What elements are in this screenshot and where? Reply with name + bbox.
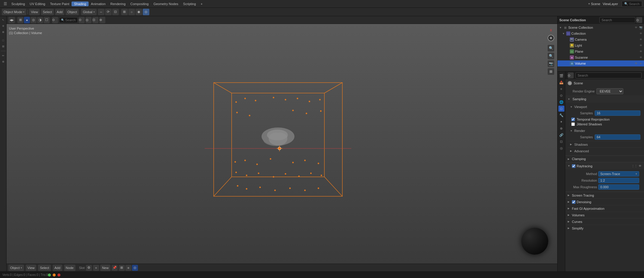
prop-icon-view-layer[interactable]: ≡ [558, 86, 564, 92]
tab-compositing[interactable]: Compositing [128, 1, 151, 6]
topbar-search[interactable]: 🔍 Search [622, 1, 642, 7]
vp-bottom-object-btn[interactable]: Object ▾ [8, 265, 24, 271]
viewport-canvas[interactable]: User Perspective (1) Collection | Volume [7, 24, 557, 264]
curves-section[interactable]: ▶ Curves [565, 218, 644, 225]
resolution-value[interactable]: 1:2 [598, 178, 639, 183]
volume-vis-eye[interactable]: 👁 [634, 61, 638, 66]
light-vis-eye[interactable]: 👁 [639, 43, 643, 48]
vp-bottom-select-btn[interactable]: Select [38, 265, 51, 271]
rt-icon-3[interactable]: ◉ [136, 9, 142, 15]
tree-collection[interactable]: ▼ □ Collection 👁 [558, 31, 644, 37]
transform-btn-2[interactable]: ⟳ [105, 9, 112, 15]
render-subsection-header[interactable]: ▼ Render [568, 128, 642, 134]
method-value[interactable]: Screen-Trace ▾ [598, 171, 639, 177]
viewport-subsection-header[interactable]: ▼ Viewport [568, 104, 642, 110]
plane-vis-eye[interactable]: 👁 [639, 49, 643, 54]
collection-vis-eye[interactable]: 👁 [639, 31, 643, 36]
vp-filter-btn[interactable]: ⊙ [52, 17, 58, 23]
prop-icon-modifier[interactable]: 🔧 [558, 112, 564, 118]
vp-render-btn[interactable]: ◑ [37, 17, 43, 23]
render-samples-input[interactable]: 64 [595, 134, 640, 140]
screen-tracing-section[interactable]: ▶ Screen Tracing [565, 192, 644, 198]
transform-btn-1[interactable]: ↔ [98, 9, 104, 15]
lsb-move-btn[interactable]: ⊕ [1, 29, 6, 35]
jittered-shadows-checkbox[interactable] [571, 122, 575, 126]
tab-geometry-nodes[interactable]: Geometry Nodes [151, 1, 181, 6]
raytracing-checkbox[interactable] [572, 164, 575, 168]
vp-material-btn[interactable]: ◎ [31, 17, 37, 23]
advanced-collapse[interactable]: ▶ Advanced [568, 148, 642, 154]
tab-shading[interactable]: Shading [72, 1, 88, 6]
raytracing-eye-icon[interactable]: 👁 [639, 164, 642, 168]
volume-render-eye[interactable]: ● [639, 61, 643, 66]
simplify-section[interactable]: ▶ Simplify [565, 225, 644, 231]
global-btn[interactable]: Global ▾ [81, 9, 97, 15]
prop-icon-particles[interactable]: ✦ [558, 119, 564, 125]
vp-bottom-node-btn[interactable]: Node [64, 265, 75, 271]
vp-search-box[interactable]: 🔍 Search [59, 17, 78, 23]
vp-overlay-btn[interactable]: ⊙ [79, 17, 85, 23]
props-header-icon[interactable]: ⊙ [568, 72, 574, 78]
tree-volume[interactable]: ▶ ⊞ Volume 👁 ● [558, 60, 644, 66]
tab-plus[interactable]: + [198, 1, 205, 6]
max-roughness-value[interactable]: 0.000 [598, 184, 639, 190]
vp-zoom-out-btn[interactable]: 🔍 [548, 53, 554, 59]
tab-uv-editing[interactable]: UV Editing [27, 1, 48, 6]
prop-icon-output[interactable]: 📤 [558, 79, 564, 85]
prop-icon-physics[interactable]: ⊕ [558, 125, 564, 131]
tab-texture-paint[interactable]: Texture Paint [48, 1, 72, 6]
collection-eye-icon[interactable]: 👁 [634, 25, 638, 30]
vp-zoom-in-btn[interactable]: 🔍 [548, 45, 554, 51]
prop-icon-scene[interactable]: ⊙ [558, 92, 564, 98]
temporal-reprojection-checkbox[interactable] [571, 118, 575, 121]
vp-list-view-btn[interactable]: ≡ [125, 265, 131, 271]
select-btn[interactable]: Select [41, 9, 54, 15]
raytracing-dots-icon[interactable]: ⋮⋮ [631, 164, 637, 168]
vp-snap-btn[interactable]: ⊡ [92, 17, 98, 23]
prop-icon-object[interactable]: □ [558, 106, 564, 112]
prop-icon-constraints[interactable]: 🔗 [558, 132, 564, 138]
rt-icon-4[interactable]: ◎ [143, 9, 149, 15]
render-engine-select[interactable]: EEVEE Cycles Workbench [596, 88, 623, 94]
outliner-search-input[interactable] [599, 17, 635, 23]
sampling-header[interactable]: ▼ Sampling [565, 95, 644, 103]
lsb-tool-btn[interactable]: □ [1, 38, 6, 43]
vp-expand-btn[interactable]: ◀▶ [8, 17, 15, 23]
vp-gizmo-btn[interactable]: ◎ [86, 17, 92, 23]
lsb-annotate-btn[interactable]: ✏ [1, 53, 6, 58]
volumes-section[interactable]: ▶ Volumes [565, 212, 644, 218]
add-btn[interactable]: Add [55, 9, 65, 15]
vp-grid-btn[interactable]: ⊞ [548, 68, 554, 75]
vp-new-btn[interactable]: New [100, 265, 110, 271]
vp-prop-edit-btn[interactable]: ⊚ [99, 17, 105, 23]
vp-bottom-view-btn[interactable]: View [26, 265, 37, 271]
camera-vis-eye[interactable]: 👁 [639, 37, 643, 42]
denoising-section[interactable]: ▶ Denoising [565, 198, 644, 205]
tab-scripting[interactable]: Scripting [181, 1, 198, 6]
tab-rendering[interactable]: Rendering [108, 1, 128, 6]
tree-light[interactable]: ▶ 💡 Light 👁 [558, 42, 644, 48]
tree-camera[interactable]: ▶ 📷 Camera 👁 [558, 37, 644, 42]
props-search-input[interactable] [575, 72, 642, 78]
prop-icon-world[interactable]: 🌐 [558, 99, 564, 105]
vp-wire-btn[interactable]: ⊞ [17, 17, 23, 23]
tree-scene-collection[interactable]: ▼ ⊞ Scene Collection 👁 📷 [558, 25, 644, 31]
object-btn[interactable]: Object [66, 9, 79, 15]
vp-camera-btn[interactable]: 📷 [548, 60, 554, 67]
transform-btn-3[interactable]: ⊡ [112, 9, 119, 15]
tree-suzanne[interactable]: ▶ ◈ Suzanne 👁 [558, 54, 644, 60]
vp-shader-view-btn[interactable]: ◎ [132, 265, 138, 271]
object-mode-btn[interactable]: Object Mode ▾ [2, 9, 26, 15]
lsb-select-btn[interactable]: ↖ [1, 17, 6, 23]
prop-icon-data[interactable]: ⊡ [558, 139, 564, 145]
prop-icon-material[interactable]: ◎ [558, 145, 564, 151]
vp-node-view-btn[interactable]: ⊞ [119, 265, 125, 271]
lsb-cursor-btn[interactable]: ✛ [1, 23, 6, 29]
vp-gizmo-x[interactable]: X [548, 27, 554, 34]
vp-bottom-add-btn[interactable]: Add [53, 265, 62, 271]
rt-icon-2[interactable]: ○ [128, 9, 135, 15]
vp-add-slot-btn[interactable]: + [93, 265, 99, 271]
collection-render-icon[interactable]: 📷 [639, 25, 643, 30]
rt-icon-1[interactable]: ⊞ [121, 9, 128, 15]
tab-animation[interactable]: Animation [89, 1, 108, 6]
